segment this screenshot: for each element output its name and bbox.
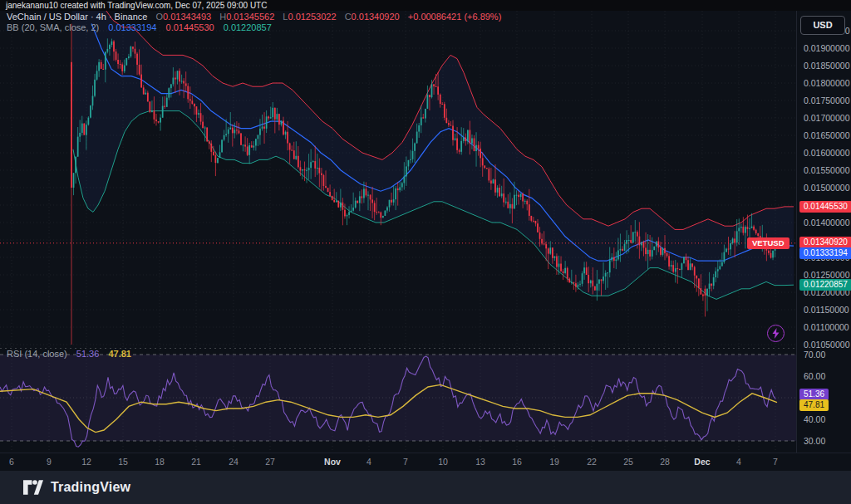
price-axis[interactable]: USD 0.019500000.019000000.018500000.0180… — [796, 11, 851, 453]
bb-lower-value: 0.01220857 — [224, 22, 272, 32]
price-tick-label: 0.01850000 — [804, 61, 849, 71]
bb-basis-value: 0.01333194 — [108, 22, 156, 32]
tradingview-brand-link[interactable]: TradingView — [23, 478, 130, 497]
time-tick-label: 12 — [81, 457, 91, 467]
price-badge: 0.01445530 — [799, 201, 851, 213]
price-badge: 0.01220857 — [799, 279, 851, 291]
lightning-icon — [771, 328, 780, 339]
symbol-title: VeChain / US Dollar · 4h · Binance — [7, 12, 147, 22]
price-tick-label: 0.01800000 — [804, 78, 849, 88]
rsi-legend[interactable]: RSI (14, close) 51.36 47.81 — [7, 349, 131, 359]
time-tick-label: 28 — [660, 457, 670, 467]
bb-upper-value: 0.01445530 — [166, 22, 214, 32]
time-tick-label: 25 — [623, 457, 633, 467]
ohlc-close-value: 0.01340920 — [352, 12, 400, 22]
ohlc-open-label: O — [155, 12, 163, 22]
time-tick-label: 7 — [403, 457, 408, 467]
price-tick-label: 0.01400000 — [804, 218, 849, 228]
time-axis[interactable]: 69121518212427Nov4710131619222528Dec47 — [0, 453, 851, 472]
time-tick-label: Nov — [324, 457, 341, 467]
change-value: +0.00086421 (+6.89%) — [408, 12, 502, 22]
rsi-tick-label: 40.00 — [804, 414, 825, 424]
price-tick-label: 0.01650000 — [804, 130, 849, 140]
ohlc-close-label: C — [345, 12, 352, 22]
price-badge: 0.01333194 — [799, 247, 851, 259]
rsi-tick-label: 30.00 — [804, 436, 825, 446]
price-tick-label: 0.01900000 — [804, 43, 849, 53]
time-tick-label: 6 — [9, 457, 14, 467]
bb-legend[interactable]: BB (20, SMA, close, 2) 0.01333194 0.0144… — [7, 22, 272, 32]
ohlc-open-value: 0.01343493 — [163, 12, 211, 22]
currency-toggle-button[interactable]: USD — [800, 16, 845, 35]
rsi-ma-value: 47.81 — [108, 349, 131, 359]
price-badge: 0.01340920 — [799, 237, 851, 248]
price-tick-label: 0.01750000 — [804, 95, 849, 105]
price-tick-label: 0.01050000 — [804, 340, 849, 350]
rsi-value: 51.36 — [76, 349, 100, 359]
time-tick-label: 24 — [229, 457, 239, 467]
time-tick-label: 4 — [736, 457, 741, 467]
instant-order-button[interactable] — [767, 325, 785, 342]
price-tick-label: 0.01600000 — [804, 148, 849, 158]
price-badge: 51.36 — [799, 389, 829, 400]
time-tick-label: 18 — [155, 457, 165, 467]
rsi-tick-label: 70.00 — [804, 350, 825, 360]
symbol-legend[interactable]: VeChain / US Dollar · 4h · Binance O0.01… — [7, 12, 501, 22]
price-tick-label: 0.01150000 — [804, 305, 849, 315]
time-tick-label: 4 — [366, 457, 371, 467]
time-tick-label: 19 — [549, 457, 559, 467]
tradingview-logo-icon — [23, 478, 43, 497]
ohlc-high-value: 0.01345562 — [226, 12, 274, 22]
time-tick-label: 21 — [191, 457, 201, 467]
attribution-bar: janekananu10 created with TradingView.co… — [0, 0, 851, 11]
time-tick-label: Dec — [694, 457, 710, 467]
time-tick-label: 10 — [438, 457, 448, 467]
price-tick-label: 0.01700000 — [804, 113, 849, 123]
bb-title: BB (20, SMA, close, 2) — [7, 22, 99, 32]
ohlc-low-value: 0.01253022 — [288, 12, 336, 22]
ohlc-high-label: H — [219, 12, 226, 22]
time-tick-label: 27 — [265, 457, 275, 467]
time-tick-label: 13 — [475, 457, 485, 467]
attribution-text: janekananu10 created with TradingView.co… — [6, 1, 267, 10]
rsi-tick-label: 60.00 — [804, 371, 825, 381]
bottom-bar: TradingView — [0, 471, 851, 504]
time-tick-label: 9 — [47, 457, 52, 467]
tradingview-chart-widget: janekananu10 created with TradingView.co… — [0, 0, 851, 504]
time-tick-label: 15 — [118, 457, 128, 467]
rsi-title: RSI (14, close) — [7, 349, 67, 359]
tradingview-wordmark: TradingView — [51, 480, 130, 495]
time-tick-label: 16 — [512, 457, 522, 467]
time-tick-label: 7 — [773, 457, 778, 467]
price-badge: 47.81 — [799, 399, 829, 411]
symbol-price-label: VETUSD — [747, 237, 790, 249]
price-tick-label: 0.01100000 — [804, 322, 849, 332]
time-tick-label: 22 — [587, 457, 597, 467]
chart-canvas[interactable] — [0, 11, 796, 453]
price-tick-label: 0.01500000 — [804, 183, 849, 193]
price-tick-label: 0.01550000 — [804, 165, 849, 175]
